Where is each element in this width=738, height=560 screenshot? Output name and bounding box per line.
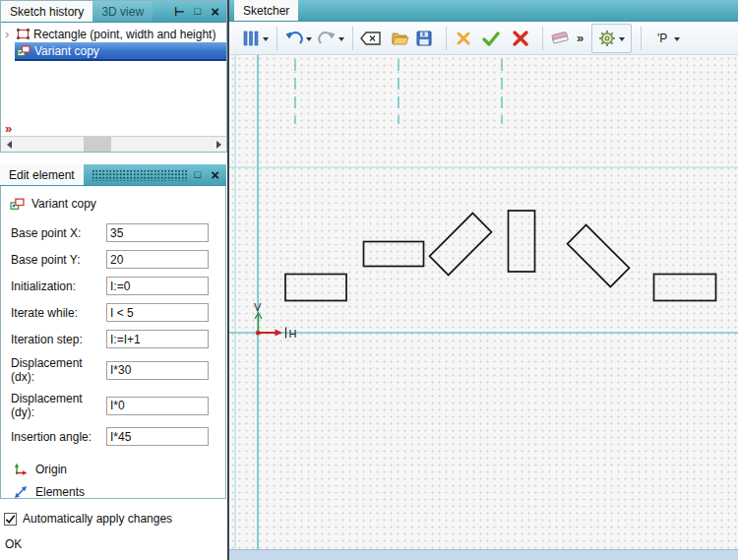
expander-icon[interactable]: › xyxy=(5,28,13,40)
tree-row-rectangle[interactable]: › Rectangle (point, width and height) xyxy=(1,26,226,42)
settings-button[interactable] xyxy=(597,26,617,51)
pattern-tool-button[interactable] xyxy=(241,26,261,51)
apply-changes-label: Automatically apply changes xyxy=(23,512,172,526)
grid-guides xyxy=(229,55,738,549)
backspace-icon xyxy=(360,31,381,45)
sketch-history-tree: › Rectangle (point, width and height) Va… xyxy=(1,23,226,136)
elements-link[interactable]: Elements xyxy=(13,480,225,499)
rectangle-sketch-icon xyxy=(17,29,30,39)
edit-panel-title: Edit element xyxy=(0,164,84,185)
confirm-button[interactable] xyxy=(481,26,501,51)
pin-icon[interactable]: ⊢ xyxy=(174,6,184,18)
elements-arrows-icon xyxy=(13,484,29,500)
checkmark-icon xyxy=(5,514,16,525)
toolbar-separator xyxy=(542,27,543,50)
close-icon[interactable]: × xyxy=(211,4,219,19)
sketch-rectangle[interactable] xyxy=(430,214,492,276)
initialization-input[interactable] xyxy=(106,277,209,295)
green-check-icon xyxy=(482,31,500,46)
sketch-rectangle[interactable] xyxy=(568,225,630,287)
displacement-dx-input[interactable] xyxy=(106,361,209,380)
undo-button[interactable] xyxy=(284,26,304,51)
apply-changes-checkbox[interactable] xyxy=(4,513,17,526)
base-point-y-input[interactable] xyxy=(106,250,209,269)
sketch-rectangle[interactable] xyxy=(509,211,535,272)
orange-x-icon xyxy=(456,31,471,46)
base-point-x-input[interactable] xyxy=(106,223,209,242)
close-icon[interactable]: × xyxy=(211,167,219,182)
undo-dropdown-icon[interactable] xyxy=(306,37,312,41)
variant-copy-icon xyxy=(10,198,25,211)
redo-dropdown-icon[interactable] xyxy=(338,37,344,41)
variant-copy-form: Base point X: Base point Y: Initializati… xyxy=(1,223,225,446)
edit-element-panel: Edit element □ × Variant copy Base point… xyxy=(0,164,226,499)
origin-marker[interactable] xyxy=(256,331,260,335)
canvas-horizontal-scrollbar[interactable] xyxy=(229,549,738,560)
tree-item-label: Variant copy xyxy=(34,44,99,58)
sketch-rectangle[interactable] xyxy=(654,275,716,301)
toolbar-separator xyxy=(641,27,642,50)
toolbar-separator xyxy=(446,27,447,50)
scroll-left-button[interactable] xyxy=(1,137,17,152)
save-button[interactable] xyxy=(414,26,434,51)
apply-changes-row: Automatically apply changes xyxy=(4,512,172,526)
gear-icon xyxy=(598,30,616,47)
open-folder-icon xyxy=(392,31,409,46)
origin-link[interactable]: Origin xyxy=(13,458,225,480)
field-label: Iteration step: xyxy=(11,333,106,346)
point-tool-dropdown-icon[interactable] xyxy=(674,37,680,41)
scroll-right-icon xyxy=(216,141,221,149)
sketch-canvas-svg[interactable]: V H xyxy=(229,55,738,549)
h-axis-label: H xyxy=(289,328,297,340)
insertion-angle-input[interactable] xyxy=(106,427,209,446)
backspace-button[interactable] xyxy=(360,26,381,51)
cancel-button[interactable] xyxy=(454,26,473,51)
point-tool-button[interactable]: 'P xyxy=(652,26,672,51)
sketcher-toolbar: » 'P xyxy=(229,22,738,55)
sketch-rectangles xyxy=(285,211,716,301)
settings-dropdown-icon[interactable] xyxy=(619,37,625,41)
h-axis-arrowhead-icon xyxy=(276,330,283,337)
delete-button[interactable] xyxy=(511,26,530,51)
displacement-dy-input[interactable] xyxy=(106,397,209,415)
sketch-rectangle[interactable] xyxy=(364,242,424,267)
toolbar-overflow-button[interactable]: » xyxy=(577,31,584,45)
field-label: Base point Y: xyxy=(11,253,106,267)
iteration-step-input[interactable] xyxy=(106,330,209,348)
ok-button[interactable]: OK xyxy=(5,537,22,551)
scrollbar-track[interactable] xyxy=(17,137,211,152)
field-label: Base point X: xyxy=(11,226,106,240)
redo-icon xyxy=(318,31,336,46)
save-floppy-icon xyxy=(416,31,432,46)
tree-item-label: Rectangle (point, width and height) xyxy=(33,28,215,41)
element-name: Variant copy xyxy=(31,197,96,211)
redo-button[interactable] xyxy=(317,26,337,51)
tab-sketcher[interactable]: Sketcher xyxy=(234,0,298,21)
sketch-canvas[interactable]: V H xyxy=(229,55,738,549)
field-label: Initialization: xyxy=(11,280,106,293)
tree-row-variant-copy[interactable]: Variant copy xyxy=(15,42,226,61)
history-horizontal-scrollbar[interactable] xyxy=(1,136,226,152)
field-label: Displacement (dy): xyxy=(11,392,106,419)
iterate-while-input[interactable] xyxy=(106,303,209,322)
open-button[interactable] xyxy=(391,26,410,51)
origin-axes-icon xyxy=(13,462,29,477)
drag-grip[interactable] xyxy=(92,169,187,181)
sketch-rectangle[interactable] xyxy=(285,275,346,301)
scrollbar-thumb[interactable] xyxy=(84,137,111,152)
toolbar-separator xyxy=(352,27,353,50)
pattern-tool-dropdown-icon[interactable] xyxy=(263,37,269,41)
scroll-right-button[interactable] xyxy=(211,137,226,152)
maximize-icon[interactable]: □ xyxy=(195,169,202,180)
eraser-icon xyxy=(550,30,571,46)
eraser-button[interactable] xyxy=(550,26,571,51)
field-label: Insertion angle: xyxy=(11,430,106,444)
tab-3d-view[interactable]: 3D view xyxy=(92,1,153,22)
sketcher-area: Sketcher xyxy=(229,0,738,560)
tab-sketch-history[interactable]: Sketch history xyxy=(1,1,92,22)
settings-tool-group xyxy=(591,24,632,53)
maximize-icon[interactable]: □ xyxy=(195,6,202,17)
tree-overflow-indicator[interactable]: » xyxy=(5,122,12,135)
elements-link-label: Elements xyxy=(35,485,85,499)
field-label: Displacement (dx): xyxy=(11,356,106,384)
